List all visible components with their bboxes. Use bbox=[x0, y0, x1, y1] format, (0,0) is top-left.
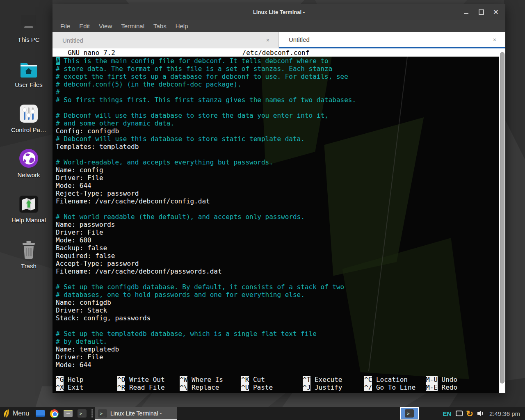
scrollbar-thumb[interactable] bbox=[500, 52, 504, 383]
editor-line bbox=[56, 322, 499, 330]
shortcut-key: ^C bbox=[364, 376, 372, 383]
shortcut-key: ^T bbox=[303, 376, 310, 383]
file-manager-icon[interactable] bbox=[63, 409, 73, 418]
linux-lite-logo-icon bbox=[3, 409, 10, 418]
start-menu-label: Menu bbox=[13, 410, 29, 417]
editor-line: # by default. bbox=[56, 338, 499, 345]
editor-line: Mode: 600 bbox=[56, 236, 499, 244]
editor-line: Name: templatedb bbox=[56, 345, 499, 353]
terminal-view[interactable]: GNU nano 7.2 /etc/debconf.conf # This is… bbox=[52, 48, 505, 393]
shortcut-key: ^\ bbox=[180, 383, 187, 391]
nano-shortcut: ^G Help bbox=[56, 376, 117, 383]
desktop-icon-control-panel[interactable]: Control Pa… bbox=[6, 99, 52, 133]
clock[interactable]: 2:49:36 pm bbox=[489, 410, 520, 417]
desktop-icon-label: Network bbox=[6, 171, 52, 178]
desktop-icon-label: Trash bbox=[6, 262, 52, 269]
nano-shortcut: ^W Where Is bbox=[180, 376, 241, 383]
nano-filename: /etc/debconf.conf bbox=[52, 49, 499, 57]
text-cursor: # bbox=[56, 57, 60, 65]
keyboard-layout-indicator[interactable]: EN bbox=[443, 410, 451, 417]
display-tray-icon[interactable] bbox=[456, 411, 463, 416]
shortcut-key: ^R bbox=[117, 383, 125, 391]
tab-label: Untitled bbox=[62, 37, 83, 44]
editor-line: # debconf.conf(5) (in the debconf-doc pa… bbox=[56, 80, 499, 88]
sliders-icon bbox=[6, 99, 52, 123]
editor-line: Reject-Type: password bbox=[56, 189, 499, 197]
terminal-launcher-icon[interactable]: >_ bbox=[77, 409, 87, 418]
editor-line: # bbox=[56, 88, 499, 96]
menu-edit[interactable]: Edit bbox=[75, 20, 94, 32]
editor-line: Accept-Type: password bbox=[56, 260, 499, 267]
editor-line: Name: passwords bbox=[56, 221, 499, 228]
shortcut-key: ^U bbox=[241, 383, 249, 391]
shortcut-key: M-E bbox=[426, 383, 438, 391]
chrome-icon[interactable] bbox=[49, 409, 59, 418]
editor-line: Filename: /var/cache/debconf/passwords.d… bbox=[56, 267, 499, 275]
nano-shortcut: ^T Execute bbox=[303, 376, 364, 383]
menu-file[interactable]: File bbox=[56, 20, 75, 32]
task-button-terminal[interactable]: >_ Linux Lite Terminal - bbox=[95, 407, 177, 420]
desktop-icon-label: This PC bbox=[6, 36, 52, 43]
editor-line: Mode: 644 bbox=[56, 182, 499, 189]
show-desktop-icon[interactable] bbox=[35, 409, 45, 418]
nano-shortcut: M-U Undo bbox=[426, 376, 457, 383]
editor-line: Driver: File bbox=[56, 228, 499, 236]
tab-untitled-2[interactable]: Untitled × bbox=[279, 32, 505, 48]
editor-line: Stack: config, passwords bbox=[56, 314, 499, 322]
nano-shortcut: ^U Paste bbox=[241, 383, 303, 391]
tab-close-icon[interactable]: × bbox=[493, 37, 496, 43]
maximize-button[interactable] bbox=[477, 7, 486, 16]
nano-shortcut: ^J Justify bbox=[303, 383, 364, 391]
start-menu-button[interactable]: Menu bbox=[0, 407, 33, 420]
editor-line: # So first things first. This first stan… bbox=[56, 96, 499, 104]
terminal-icon: >_ bbox=[405, 409, 414, 418]
desktop-icon-network[interactable]: Network bbox=[6, 144, 52, 178]
desktop-icon-this-pc[interactable]: This PC bbox=[6, 9, 52, 43]
nano-shortcut: ^C Location bbox=[364, 376, 426, 383]
volume-icon[interactable] bbox=[477, 410, 484, 417]
tab-close-icon[interactable]: × bbox=[266, 37, 269, 43]
nano-shortcut-bar: ^G Help^O Write Out^W Where Is^K Cut^T E… bbox=[52, 376, 499, 393]
desktop-icon-label: Help Manual bbox=[6, 217, 52, 224]
editor-line: Filename: /var/cache/debconf/config.dat bbox=[56, 197, 499, 205]
tab-untitled-1[interactable]: Untitled × bbox=[52, 32, 279, 48]
editor-line bbox=[56, 275, 499, 283]
editor-line: # Not world readable (the default), and … bbox=[56, 213, 499, 221]
terminal-scrollbar[interactable] bbox=[499, 48, 505, 393]
shortcut-key: ^/ bbox=[364, 383, 372, 391]
shortcut-key: M-U bbox=[426, 376, 438, 383]
editor-line: # This is the main config file for debco… bbox=[56, 57, 499, 65]
tray-terminal-icon[interactable]: >_ bbox=[400, 407, 419, 420]
editor-line: Required: false bbox=[56, 252, 499, 260]
editor-line: # Set up the configdb database. By defau… bbox=[56, 283, 499, 291]
editor-line: Config: configdb bbox=[56, 127, 499, 135]
minimize-button[interactable] bbox=[462, 7, 471, 16]
desktop-icon-label: Control Pa… bbox=[6, 126, 52, 133]
editor-line: Mode: 644 bbox=[56, 361, 499, 369]
desktop-icon-user-files[interactable]: User Files bbox=[6, 54, 52, 88]
editor-line: # store data. The format of this file is… bbox=[56, 65, 499, 73]
nano-shortcut: ^X Exit bbox=[56, 383, 117, 391]
update-notifier-icon[interactable]: ↻ bbox=[466, 409, 473, 418]
nano-shortcut: ^O Write Out bbox=[117, 376, 180, 383]
window-title: Linux Lite Terminal - bbox=[52, 9, 505, 15]
editor-line: Driver: File bbox=[56, 174, 499, 182]
taskbar-separator bbox=[91, 409, 93, 418]
menu-terminal[interactable]: Terminal bbox=[116, 20, 149, 32]
terminal-window: Linux Lite Terminal - ✕ File Edit View T… bbox=[52, 4, 505, 393]
window-titlebar[interactable]: Linux Lite Terminal - ✕ bbox=[52, 4, 505, 20]
editor-content[interactable]: # This is the main config file for debco… bbox=[52, 57, 499, 376]
close-button[interactable]: ✕ bbox=[491, 7, 500, 16]
editor-line: # databases, one to hold passwords and o… bbox=[56, 291, 499, 299]
menu-tabs[interactable]: Tabs bbox=[149, 20, 171, 32]
menu-help[interactable]: Help bbox=[171, 20, 193, 32]
nano-shortcut: ^\ Replace bbox=[180, 383, 241, 391]
editor-line: # Debconf will use this database to stor… bbox=[56, 135, 499, 143]
shortcut-key: ^J bbox=[303, 383, 310, 391]
desktop-icon-help-manual[interactable]: Help Manual bbox=[6, 189, 52, 224]
trash-icon bbox=[6, 235, 52, 259]
desktop-icon-trash[interactable]: Trash bbox=[6, 235, 52, 269]
menu-view[interactable]: View bbox=[94, 20, 116, 32]
shortcut-key: ^K bbox=[241, 376, 249, 383]
editor-line: # except the first sets up a database fo… bbox=[56, 73, 499, 80]
